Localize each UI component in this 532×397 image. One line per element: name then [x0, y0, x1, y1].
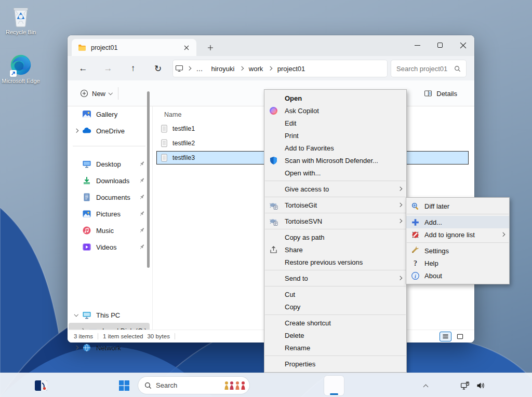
- copy-button[interactable]: [150, 87, 162, 100]
- tab-project01[interactable]: project01: [72, 39, 196, 56]
- breadcrumb-overflow[interactable]: …: [194, 65, 206, 73]
- up-icon[interactable]: ↑: [125, 61, 141, 76]
- start-button[interactable]: [114, 376, 134, 395]
- paste-button[interactable]: [176, 87, 188, 100]
- sidebar-item-desktop[interactable]: Desktop: [69, 156, 150, 172]
- teams-taskbar-button[interactable]: [302, 376, 322, 395]
- thumbnail-view-button[interactable]: [454, 332, 466, 341]
- sidebar-item-music[interactable]: Music: [69, 223, 150, 238]
- menu-item-add-to-favorites[interactable]: Add to Favorites: [264, 142, 406, 154]
- sidebar-item-documents[interactable]: Documents: [69, 189, 150, 205]
- menu-icon-spacer: [269, 119, 278, 128]
- submenu-chevron-icon: [397, 276, 402, 280]
- menu-item-label: Send to: [285, 275, 394, 282]
- menu-item-copy-as-path[interactable]: Copy as path: [264, 231, 406, 243]
- cut-button[interactable]: [123, 87, 135, 100]
- sidebar-item-gallery[interactable]: Gallery: [69, 106, 150, 122]
- breadcrumb-project01[interactable]: project01: [275, 65, 308, 73]
- menu-item-restore-previous-versions[interactable]: Restore previous versions: [264, 256, 406, 268]
- menu-item-copy[interactable]: Copy: [264, 300, 406, 313]
- chevron-right-icon[interactable]: [75, 129, 82, 132]
- chevron-down-icon[interactable]: [75, 314, 82, 316]
- sidebar-item-downloads[interactable]: Downloads: [69, 173, 150, 188]
- sidebar-item-videos[interactable]: Videos: [69, 239, 150, 255]
- menu-item-add[interactable]: Add...: [406, 216, 509, 228]
- search-input[interactable]: Search project01: [391, 60, 466, 77]
- menu-item-settings[interactable]: Settings: [406, 244, 509, 257]
- menu-item-scan-with-microsoft-defender[interactable]: Scan with Microsoft Defender...: [264, 154, 406, 167]
- menu-item-properties[interactable]: Properties: [264, 358, 406, 370]
- menu-item-label: Copy as path: [285, 234, 401, 241]
- column-header-name[interactable]: Name: [164, 108, 181, 121]
- delete-button[interactable]: [250, 87, 262, 100]
- task-view-taskbar-button[interactable]: [255, 376, 274, 395]
- desktop-icon-edge[interactable]: Microsoft Edge: [2, 53, 40, 85]
- sidebar-item-label: Network: [96, 344, 150, 352]
- menu-item-print[interactable]: Print: [264, 129, 406, 142]
- taskbar-search-box[interactable]: Search: [138, 377, 249, 394]
- menu-item-rename[interactable]: Rename: [264, 341, 406, 354]
- rename-button[interactable]: [202, 87, 214, 100]
- share-button[interactable]: [226, 87, 238, 100]
- menu-item-tortoisesvn[interactable]: TortoiseSVN: [264, 215, 406, 227]
- store-taskbar-button[interactable]: [371, 376, 391, 395]
- search-highlight-dolls-icon: [223, 380, 246, 391]
- sidebar-item-pictures[interactable]: Pictures: [69, 206, 150, 222]
- sidebar-separator: [73, 146, 145, 146]
- tray-chevron-up[interactable]: [418, 376, 433, 395]
- menu-item-delete[interactable]: Delete: [264, 329, 406, 341]
- explorer-taskbar-button[interactable]: [324, 376, 344, 395]
- back-icon[interactable]: ←: [75, 61, 91, 76]
- forward-icon[interactable]: →: [100, 61, 116, 76]
- volume-icon[interactable]: [473, 376, 488, 395]
- sidebar-scrollbar[interactable]: [147, 91, 150, 268]
- menu-item-open[interactable]: Open: [264, 92, 406, 104]
- menu-icon-spacer: [269, 94, 278, 103]
- widgets-button[interactable]: [31, 376, 51, 395]
- submenu-chevron-icon: [397, 203, 402, 207]
- menu-item-open-with[interactable]: Open with...: [264, 167, 406, 179]
- thumbnail-view-icon: [457, 333, 463, 340]
- menu-item-label: TortoiseGit: [285, 201, 394, 209]
- menu-item-add-to-ignore-list[interactable]: Add to ignore list: [406, 228, 509, 241]
- menu-item-about[interactable]: iAbout: [406, 269, 509, 282]
- list-view-button[interactable]: [440, 332, 451, 341]
- edge-taskbar-button[interactable]: [348, 376, 368, 395]
- menu-icon-spacer: [269, 131, 278, 140]
- submenu-chevron-icon: [397, 219, 402, 223]
- menu-item-ask-copilot[interactable]: Ask Copilot: [264, 104, 406, 117]
- sidebar-item-label: OneDrive: [96, 127, 150, 135]
- breadcrumb-work[interactable]: work: [246, 65, 265, 73]
- widgets-icon: [34, 379, 48, 392]
- minimize-button[interactable]: [406, 35, 429, 55]
- details-view-button[interactable]: Details: [420, 86, 461, 101]
- tab-close-icon[interactable]: [181, 42, 192, 53]
- copilot-taskbar-button[interactable]: [278, 376, 298, 395]
- chevron-right-icon[interactable]: [75, 346, 82, 349]
- menu-item-tortoisegit[interactable]: TortoiseGit: [264, 199, 406, 211]
- submenu-chevron-icon: [500, 232, 504, 237]
- breadcrumb-hiroyuki[interactable]: hiroyuki: [209, 65, 237, 73]
- menu-item-send-to[interactable]: Send to: [264, 272, 406, 284]
- menu-item-help[interactable]: ?Help: [406, 257, 509, 269]
- menu-item-create-shortcut[interactable]: Create shortcut: [264, 317, 406, 329]
- menu-item-edit[interactable]: Edit: [264, 117, 406, 129]
- desktop-icon: [82, 159, 91, 169]
- menu-item-cut[interactable]: Cut: [264, 288, 406, 300]
- menu-item-give-access-to[interactable]: Give access to: [264, 183, 406, 195]
- sidebar-item-this-pc[interactable]: This PC: [69, 307, 150, 323]
- menu-item-share[interactable]: Share: [264, 243, 406, 256]
- network-icon[interactable]: [457, 376, 473, 395]
- new-button[interactable]: New: [75, 86, 117, 101]
- refresh-icon[interactable]: ↻: [150, 61, 166, 76]
- pin-icon: [138, 194, 145, 201]
- maximize-button[interactable]: [429, 35, 451, 55]
- menu-separator: [265, 314, 406, 315]
- sidebar-item-onedrive[interactable]: OneDrive: [69, 123, 150, 139]
- close-button[interactable]: [451, 35, 474, 55]
- desktop-icon-recycle-bin[interactable]: Recycle Bin: [2, 4, 40, 36]
- menu-item-diff-later[interactable]: Diff later: [406, 200, 509, 212]
- new-tab-button[interactable]: [204, 42, 217, 54]
- breadcrumb[interactable]: … hiroyuki work project01: [173, 60, 387, 77]
- ignore-icon: [411, 230, 420, 239]
